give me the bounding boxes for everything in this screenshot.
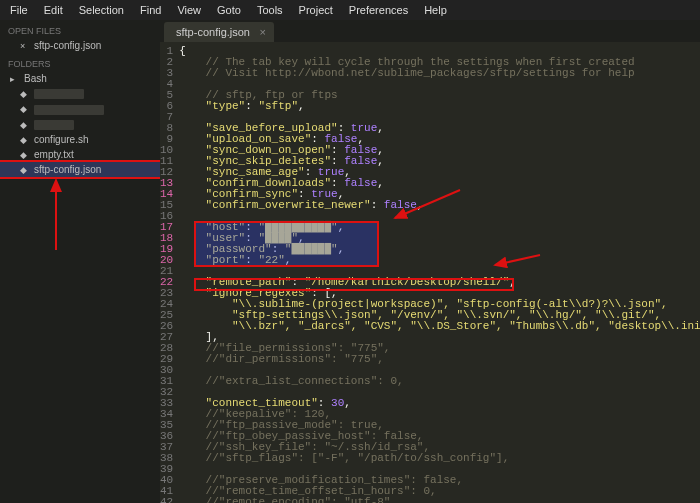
menu-edit[interactable]: Edit <box>38 2 69 18</box>
menu-bar[interactable]: FileEditSelectionFindViewGotoToolsProjec… <box>0 0 700 20</box>
sidebar-item[interactable]: ◆sftp-config.json <box>0 162 160 177</box>
code-line[interactable]: "\\.bzr", "_darcs", "CVS", "\\.DS_Store"… <box>179 321 700 332</box>
folder-icon: ▸ <box>10 74 20 84</box>
code-line[interactable]: "port": "22", <box>179 255 700 266</box>
code-line[interactable]: //"sftp_flags": ["-F", "/path/to/ssh_con… <box>179 453 700 464</box>
tab-sftp-config[interactable]: sftp-config.json × <box>164 22 274 42</box>
sidebar-item[interactable]: ◆ <box>0 101 160 116</box>
folder-label: Bash <box>24 73 47 84</box>
sidebar-item[interactable]: ◆empty.txt <box>0 147 160 162</box>
file-icon: ◆ <box>20 135 30 145</box>
code-line[interactable]: //"remote_encoding": "utf-8", <box>179 497 700 503</box>
code-line[interactable]: //"extra_list_connections": 0, <box>179 376 700 387</box>
file-label: configure.sh <box>34 134 88 145</box>
code-content[interactable]: { // The tab key will cycle through the … <box>179 42 700 503</box>
sidebar-item[interactable]: ◆configure.sh <box>0 132 160 147</box>
close-icon[interactable]: × <box>260 26 266 38</box>
tab-bar[interactable]: sftp-config.json × <box>160 20 700 42</box>
open-files-heading: OPEN FILES <box>0 20 160 38</box>
line-gutter: 1234567891011121314151617181920212223242… <box>160 42 179 503</box>
open-file-item[interactable]: ×sftp-config.json <box>0 38 160 53</box>
menu-goto[interactable]: Goto <box>211 2 247 18</box>
menu-project[interactable]: Project <box>293 2 339 18</box>
menu-find[interactable]: Find <box>134 2 167 18</box>
editor-area: sftp-config.json × 123456789101112131415… <box>160 20 700 503</box>
code-editor[interactable]: 1234567891011121314151617181920212223242… <box>160 42 700 503</box>
file-icon: ◆ <box>20 150 30 160</box>
menu-help[interactable]: Help <box>418 2 453 18</box>
close-icon[interactable]: × <box>20 41 30 51</box>
file-icon: ◆ <box>20 104 30 114</box>
folders-heading: FOLDERS <box>0 53 160 71</box>
sidebar-item[interactable]: ◆ <box>0 86 160 101</box>
sidebar-item[interactable]: ◆ <box>0 117 160 132</box>
menu-preferences[interactable]: Preferences <box>343 2 414 18</box>
file-icon: ◆ <box>20 89 30 99</box>
code-line[interactable]: //"dir_permissions": "775", <box>179 354 700 365</box>
menu-selection[interactable]: Selection <box>73 2 130 18</box>
file-icon: ◆ <box>20 165 30 175</box>
code-line[interactable]: // Visit http://wbond.net/sublime_packag… <box>179 68 700 79</box>
code-line[interactable]: "type": "sftp", <box>179 101 700 112</box>
file-label: empty.txt <box>34 149 74 160</box>
menu-tools[interactable]: Tools <box>251 2 289 18</box>
file-label: sftp-config.json <box>34 164 101 175</box>
menu-file[interactable]: File <box>4 2 34 18</box>
menu-view[interactable]: View <box>171 2 207 18</box>
code-line[interactable]: "confirm_overwrite_newer": false, <box>179 200 700 211</box>
tab-title: sftp-config.json <box>176 26 250 38</box>
sidebar: OPEN FILES ×sftp-config.json FOLDERS ▸Ba… <box>0 20 160 503</box>
file-icon: ◆ <box>20 120 30 130</box>
folder-root[interactable]: ▸Bash <box>0 71 160 86</box>
